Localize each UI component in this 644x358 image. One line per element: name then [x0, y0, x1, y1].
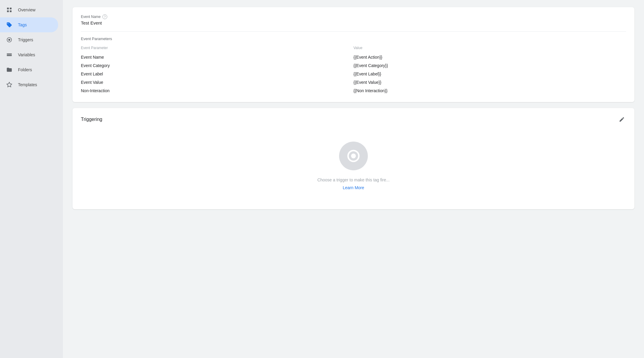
sidebar-item-overview[interactable]: Overview	[0, 2, 58, 17]
params-header-name: Event Parameter	[81, 46, 353, 50]
event-name-value: Test Event	[81, 20, 626, 25]
table-row: Event Category {{Event Category}}	[81, 61, 626, 70]
triggering-edit-button[interactable]	[618, 115, 626, 124]
sidebar-item-overview-label: Overview	[18, 7, 35, 12]
param-value-1: {{Event Category}}	[353, 63, 626, 68]
triggering-header: Triggering	[81, 115, 626, 124]
sidebar-item-tags-label: Tags	[18, 22, 27, 27]
tag-icon	[6, 22, 13, 28]
learn-more-link[interactable]: Learn More	[343, 185, 364, 190]
sidebar-item-tags[interactable]: Tags	[0, 17, 58, 32]
sidebar-item-triggers-label: Triggers	[18, 37, 33, 42]
pencil-icon	[619, 116, 625, 122]
event-parameters-title: Event Parameters	[81, 37, 626, 41]
table-row: Event Label {{Event Label}}	[81, 70, 626, 78]
param-name-3: Event Value	[81, 80, 353, 85]
svg-rect-2	[7, 10, 9, 12]
params-header-value: Value	[353, 46, 626, 50]
params-header: Event Parameter Value	[81, 46, 626, 50]
sidebar-item-templates-label: Templates	[18, 82, 37, 87]
param-value-2: {{Event Label}}	[353, 72, 626, 76]
svg-marker-8	[7, 82, 12, 87]
overview-icon	[6, 7, 13, 13]
event-name-section: Event Name ?	[81, 14, 626, 19]
variables-icon	[6, 51, 13, 58]
trigger-icon	[6, 37, 13, 43]
event-params-card: Event Name ? Test Event Event Parameters…	[72, 7, 634, 102]
svg-rect-3	[10, 10, 12, 12]
divider	[81, 31, 626, 32]
trigger-empty-icon	[346, 149, 361, 163]
svg-rect-7	[7, 55, 12, 56]
table-row: Event Name {{Event Action}}	[81, 53, 626, 61]
event-name-label-text: Event Name	[81, 15, 101, 19]
table-row: Event Value {{Event Value}}	[81, 78, 626, 87]
param-value-0: {{Event Action}}	[353, 55, 626, 60]
svg-rect-1	[10, 8, 12, 10]
sidebar-item-templates[interactable]: Templates	[0, 77, 58, 92]
svg-point-10	[351, 154, 356, 158]
trigger-icon-circle	[339, 142, 368, 170]
help-icon[interactable]: ?	[102, 14, 107, 19]
svg-rect-6	[7, 54, 12, 54]
param-value-4: {{Non Interaction}}	[353, 88, 626, 93]
main-content: Event Name ? Test Event Event Parameters…	[63, 0, 644, 358]
params-table: Event Parameter Value Event Name {{Event…	[81, 46, 626, 95]
sidebar-item-folders-label: Folders	[18, 67, 32, 72]
sidebar-item-variables[interactable]: Variables	[0, 47, 58, 62]
trigger-empty-state: Choose a trigger to make this tag fire..…	[81, 136, 626, 202]
templates-icon	[6, 81, 13, 88]
sidebar-item-triggers[interactable]: Triggers	[0, 32, 58, 47]
triggering-title: Triggering	[81, 117, 102, 122]
param-name-4: Non-Interaction	[81, 88, 353, 93]
triggering-card: Triggering Choose a trigger to make this…	[72, 108, 634, 209]
svg-rect-0	[7, 8, 9, 10]
param-value-3: {{Event Value}}	[353, 80, 626, 85]
folders-icon	[6, 66, 13, 73]
svg-point-5	[8, 39, 10, 41]
param-name-1: Event Category	[81, 63, 353, 68]
trigger-empty-text: Choose a trigger to make this tag fire..…	[317, 178, 389, 182]
sidebar-item-variables-label: Variables	[18, 52, 35, 57]
table-row: Non-Interaction {{Non Interaction}}	[81, 87, 626, 95]
param-name-0: Event Name	[81, 55, 353, 60]
sidebar-item-folders[interactable]: Folders	[0, 62, 58, 77]
sidebar: Overview Tags Triggers Variables	[0, 0, 63, 358]
param-name-2: Event Label	[81, 72, 353, 76]
